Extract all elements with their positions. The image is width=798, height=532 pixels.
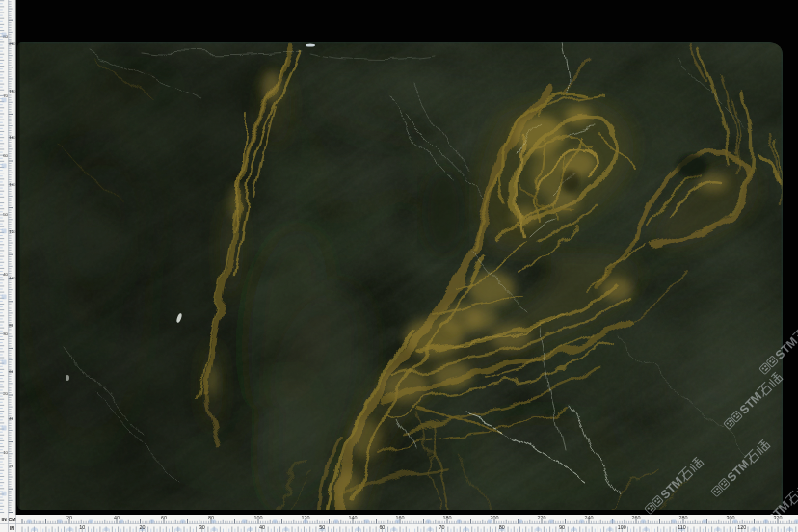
svg-text:40: 40 bbox=[9, 416, 13, 421]
svg-text:20: 20 bbox=[9, 464, 13, 468]
svg-text:40: 40 bbox=[114, 515, 120, 520]
svg-text:200: 200 bbox=[491, 515, 499, 520]
svg-text:180: 180 bbox=[9, 89, 16, 93]
svg-text:100: 100 bbox=[9, 276, 16, 280]
svg-text:240: 240 bbox=[585, 515, 594, 520]
svg-text:120: 120 bbox=[302, 515, 310, 520]
svg-text:80: 80 bbox=[9, 323, 13, 328]
svg-text:110: 110 bbox=[678, 524, 686, 530]
svg-text:50: 50 bbox=[319, 524, 325, 530]
svg-text:40: 40 bbox=[259, 524, 265, 530]
svg-text:260: 260 bbox=[632, 515, 641, 520]
svg-text:CM: CM bbox=[8, 517, 15, 522]
svg-text:320: 320 bbox=[774, 515, 783, 520]
svg-text:100: 100 bbox=[618, 524, 626, 530]
svg-text:140: 140 bbox=[9, 182, 16, 187]
svg-text:30: 30 bbox=[200, 524, 205, 530]
svg-text:300: 300 bbox=[727, 515, 735, 520]
svg-text:60: 60 bbox=[379, 524, 385, 530]
svg-text:20: 20 bbox=[66, 515, 72, 520]
svg-text:220: 220 bbox=[538, 515, 546, 520]
svg-text:120: 120 bbox=[9, 229, 16, 234]
svg-text:80: 80 bbox=[208, 515, 214, 520]
svg-text:50: 50 bbox=[3, 212, 8, 217]
svg-text:70: 70 bbox=[439, 524, 445, 530]
svg-text:40: 40 bbox=[3, 272, 8, 277]
svg-text:180: 180 bbox=[443, 515, 452, 520]
svg-text:IN: IN bbox=[2, 517, 7, 522]
svg-text:20: 20 bbox=[139, 524, 145, 530]
svg-text:100: 100 bbox=[254, 515, 263, 520]
svg-text:60: 60 bbox=[161, 515, 167, 520]
svg-text:60: 60 bbox=[9, 369, 13, 374]
svg-text:160: 160 bbox=[9, 135, 16, 140]
svg-text:120: 120 bbox=[737, 524, 746, 530]
svg-text:10: 10 bbox=[3, 450, 8, 455]
svg-text:70: 70 bbox=[3, 93, 8, 98]
svg-text:30: 30 bbox=[3, 332, 8, 336]
svg-text:140: 140 bbox=[349, 515, 358, 520]
svg-text:200: 200 bbox=[9, 41, 16, 46]
svg-text:90: 90 bbox=[559, 524, 565, 530]
svg-text:160: 160 bbox=[396, 515, 405, 520]
svg-text:80: 80 bbox=[499, 524, 505, 530]
svg-text:10: 10 bbox=[79, 524, 85, 530]
svg-text:IN: IN bbox=[10, 525, 14, 531]
svg-text:280: 280 bbox=[679, 515, 688, 520]
svg-text:20: 20 bbox=[3, 391, 8, 396]
svg-text:60: 60 bbox=[3, 153, 8, 158]
